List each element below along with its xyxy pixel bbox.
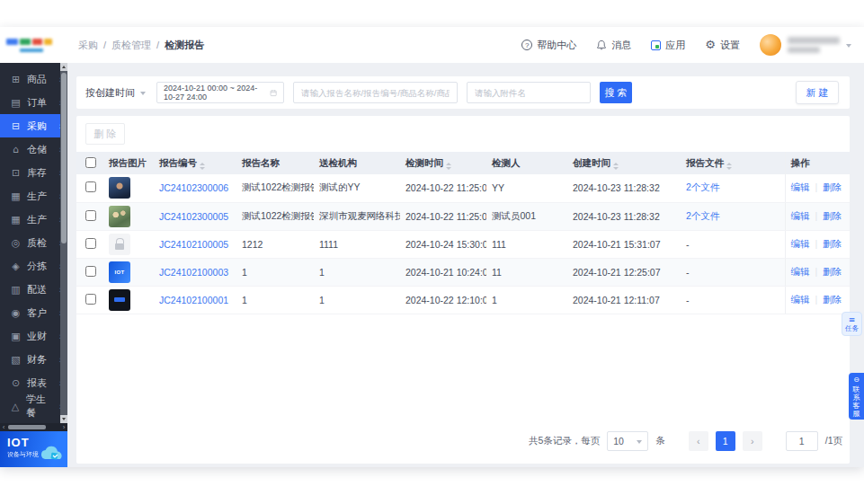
report-thumbnail[interactable] — [109, 289, 130, 311]
sidebar-item-student-meals[interactable]: △ 学生餐 › — [0, 394, 67, 418]
sidebar-vertical-scrollbar[interactable] — [60, 63, 67, 423]
sidebar-item-procurement[interactable]: ⊟ 采购 › — [0, 114, 67, 137]
delete-link[interactable]: 删除 — [823, 238, 842, 249]
row-checkbox[interactable] — [85, 238, 96, 249]
sidebar-item-orders[interactable]: ▤ 订单 › — [0, 91, 67, 114]
row-checkbox[interactable] — [85, 181, 96, 192]
report-code-link[interactable]: JC24102100001 — [159, 295, 228, 305]
contact-support-floating-button[interactable]: ⊖ 联系客服 — [849, 373, 864, 420]
sidebar-item-warehouse[interactable]: ⌂ 仓储 › — [0, 137, 67, 161]
scrollbar-thumb[interactable] — [8, 425, 46, 429]
test-time: 2024-10-22 11:25:00 — [400, 174, 486, 202]
select-all-checkbox[interactable] — [85, 157, 96, 168]
settings-button[interactable]: ⚙ 设置 — [705, 39, 740, 52]
edit-link[interactable]: 编辑 — [791, 238, 810, 249]
edit-link[interactable]: 编辑 — [791, 181, 810, 192]
current-page-button[interactable]: 1 — [716, 431, 735, 451]
tasks-floating-button[interactable]: ≡ 任务 — [842, 312, 862, 336]
time-type-select[interactable]: 按创建时间 — [84, 86, 147, 100]
scroll-up-arrow[interactable] — [60, 63, 67, 71]
date-range-input[interactable]: 2024-10-21 00:00 ~ 2024-10-27 24:00 — [156, 82, 284, 103]
chevron-down-icon — [637, 440, 642, 447]
sidebar-item-reports[interactable]: ⊙ 报表 › — [0, 371, 67, 394]
report-thumbnail-placeholder[interactable] — [109, 234, 130, 255]
bulk-delete-button[interactable]: 删 除 — [85, 123, 125, 145]
iot-banner[interactable]: IOT 设备与环境 — [0, 431, 67, 467]
edit-link[interactable]: 编辑 — [791, 266, 810, 277]
brand-logo[interactable] — [0, 27, 67, 63]
sorting-icon: ◈ — [10, 261, 22, 272]
row-checkbox[interactable] — [85, 266, 96, 277]
col-report-image: 报告图片 — [103, 152, 154, 174]
table-header-row: 报告图片 报告编号 报告名称 送检机构 检测时间 检测人 创建时间 报告文件 操… — [76, 152, 850, 174]
sort-icon[interactable] — [446, 163, 451, 170]
test-time: 2024-10-22 12:10:00 — [400, 286, 486, 314]
report-thumbnail[interactable] — [109, 206, 130, 227]
apps-button[interactable]: 应用 — [651, 39, 685, 52]
delete-link[interactable]: 删除 — [823, 210, 842, 221]
breadcrumb-procurement[interactable]: 采购 — [78, 39, 98, 52]
edit-link[interactable]: 编辑 — [791, 210, 810, 221]
sidebar-horizontal-scrollbar[interactable]: ‹ › — [0, 423, 67, 431]
files-link[interactable]: 2个文件 — [686, 210, 719, 221]
report-table: 报告图片 报告编号 报告名称 送检机构 检测时间 检测人 创建时间 报告文件 操… — [76, 152, 850, 314]
attachment-search-input[interactable] — [467, 82, 591, 103]
sidebar-item-customers[interactable]: ◉ 客户 › — [0, 301, 67, 324]
help-center-button[interactable]: ? 帮助中心 — [521, 39, 576, 52]
report-thumbnail[interactable]: IOT — [109, 261, 130, 283]
row-checkbox[interactable] — [85, 294, 96, 305]
next-page-button[interactable]: › — [743, 431, 762, 451]
sort-icon[interactable] — [613, 163, 619, 170]
sidebar-item-products[interactable]: ⊞ 商品 › — [0, 67, 67, 91]
sort-icon[interactable] — [200, 163, 205, 170]
report-code-link[interactable]: JC24102300005 — [159, 211, 228, 222]
procurement-icon: ⊟ — [10, 120, 22, 132]
files-empty: - — [681, 286, 785, 314]
scroll-down-arrow[interactable] — [60, 415, 67, 423]
tester: YY — [486, 174, 567, 202]
inspection-org: 1111 — [314, 230, 400, 258]
sidebar-item-sorting[interactable]: ◈ 分拣 › — [0, 254, 67, 278]
row-checkbox[interactable] — [85, 210, 96, 221]
edit-link[interactable]: 编辑 — [791, 294, 810, 305]
sort-icon[interactable] — [726, 163, 732, 170]
keyword-search-input[interactable] — [293, 82, 458, 103]
scrollbar-thumb[interactable] — [61, 73, 67, 243]
sidebar-item-production-1[interactable]: ▦ 生产 › — [0, 184, 67, 208]
delete-link[interactable]: 删除 — [823, 294, 842, 305]
orders-icon: ▤ — [10, 97, 22, 109]
sidebar-item-inventory[interactable]: ⊡ 库存 › — [0, 161, 67, 184]
inspection-org: 深圳市观麦网络科技 — [314, 202, 400, 230]
report-code-link[interactable]: JC24102100003 — [159, 267, 228, 278]
sidebar-item-finance[interactable]: ▧ 财务 › — [0, 348, 67, 371]
sidebar-item-quality[interactable]: ◎ 质检 › — [0, 231, 67, 254]
search-button[interactable]: 搜 索 — [600, 82, 632, 103]
delete-link[interactable]: 删除 — [823, 181, 842, 192]
page-size-select[interactable]: 10 — [607, 431, 648, 451]
scroll-right-arrow[interactable]: › — [60, 423, 67, 431]
inspection-org: 测试的YY — [314, 174, 400, 202]
page-jump-input[interactable]: 1 — [786, 431, 818, 451]
sidebar-item-delivery[interactable]: ▥ 配送 › — [0, 278, 67, 301]
table-row: JC24102300006 测试1022检测报告 测试的YY 2024-10-2… — [76, 174, 850, 202]
breadcrumb-quality-mgmt[interactable]: 质检管理 — [111, 39, 151, 52]
scroll-left-arrow[interactable]: ‹ — [0, 423, 7, 431]
production-icon: ▦ — [10, 190, 22, 202]
report-code-link[interactable]: JC24102100005 — [159, 239, 228, 250]
delete-link[interactable]: 删除 — [823, 266, 842, 277]
topbar: 采购 / 质检管理 / 检测报告 ? 帮助中心 消息 应用 — [0, 27, 864, 63]
messages-button[interactable]: 消息 — [596, 39, 631, 52]
cloud-icon — [39, 445, 66, 464]
prev-page-button[interactable]: ‹ — [689, 431, 708, 451]
table-row: JC24102300005 测试1022检测报告 深圳市观麦网络科技 2024-… — [76, 202, 850, 230]
sidebar: ⊞ 商品 › ▤ 订单 › ⊟ 采购 › ⌂ — [0, 63, 67, 467]
report-code-link[interactable]: JC24102300006 — [159, 182, 228, 193]
table-row: IOT JC24102100003 1 1 2024-10-21 10:24:0… — [76, 258, 850, 286]
sidebar-item-business-finance[interactable]: ▣ 业财 › — [0, 324, 67, 348]
files-link[interactable]: 2个文件 — [686, 181, 719, 192]
created-time: 2024-10-21 15:31:07 — [567, 230, 681, 258]
user-menu[interactable] — [760, 34, 851, 56]
new-report-button[interactable]: 新 建 — [796, 81, 839, 104]
sidebar-item-production-2[interactable]: ▦ 生产 › — [0, 208, 67, 231]
report-thumbnail[interactable] — [109, 177, 130, 199]
